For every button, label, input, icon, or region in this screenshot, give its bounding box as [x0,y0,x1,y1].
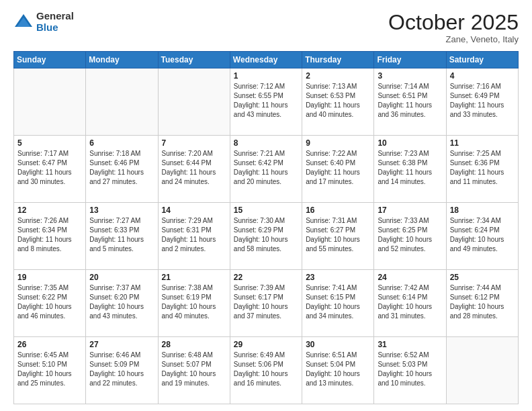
day-info: Sunrise: 7:29 AM Sunset: 6:31 PM Dayligh… [162,216,226,254]
calendar-cell: 2Sunrise: 7:13 AM Sunset: 6:53 PM Daylig… [302,68,374,136]
day-info: Sunrise: 7:37 AM Sunset: 6:20 PM Dayligh… [89,283,154,321]
calendar-cell: 11Sunrise: 7:25 AM Sunset: 6:36 PM Dayli… [446,136,518,203]
day-number: 25 [450,273,515,282]
day-number: 4 [450,71,515,81]
calendar-cell: 12Sunrise: 7:26 AM Sunset: 6:34 PM Dayli… [14,203,86,270]
calendar-cell [14,68,86,136]
day-info: Sunrise: 6:46 AM Sunset: 5:09 PM Dayligh… [89,351,154,388]
day-number: 26 [17,340,82,349]
day-number: 13 [89,205,154,215]
day-info: Sunrise: 7:27 AM Sunset: 6:33 PM Dayligh… [89,216,154,254]
day-info: Sunrise: 6:49 AM Sunset: 5:06 PM Dayligh… [234,351,298,388]
day-number: 21 [162,273,226,282]
calendar-cell: 8Sunrise: 7:21 AM Sunset: 6:42 PM Daylig… [230,136,302,203]
day-number: 22 [234,273,298,282]
day-info: Sunrise: 6:45 AM Sunset: 5:10 PM Dayligh… [17,351,82,388]
logo: General Blue [13,11,74,33]
calendar-cell: 16Sunrise: 7:31 AM Sunset: 6:27 PM Dayli… [302,203,374,270]
logo-icon [13,12,34,32]
calendar-cell: 14Sunrise: 7:29 AM Sunset: 6:31 PM Dayli… [158,203,230,270]
day-info: Sunrise: 7:16 AM Sunset: 6:49 PM Dayligh… [450,82,515,120]
location-subtitle: Zane, Veneto, Italy [388,34,519,44]
day-number: 7 [162,138,226,148]
calendar-cell: 10Sunrise: 7:23 AM Sunset: 6:38 PM Dayli… [374,136,446,203]
day-number: 19 [17,273,82,282]
calendar-cell: 3Sunrise: 7:14 AM Sunset: 6:51 PM Daylig… [374,68,446,136]
calendar-cell: 6Sunrise: 7:18 AM Sunset: 6:46 PM Daylig… [86,136,158,203]
week-row-3: 12Sunrise: 7:26 AM Sunset: 6:34 PM Dayli… [14,203,519,270]
calendar-cell: 1Sunrise: 7:12 AM Sunset: 6:55 PM Daylig… [230,68,302,136]
day-number: 5 [17,138,82,148]
day-number: 29 [234,340,298,349]
col-tuesday: Tuesday [158,52,230,68]
calendar-cell: 4Sunrise: 7:16 AM Sunset: 6:49 PM Daylig… [446,68,518,136]
day-info: Sunrise: 7:30 AM Sunset: 6:29 PM Dayligh… [234,216,298,254]
month-title: October 2025 [388,11,519,34]
day-info: Sunrise: 6:52 AM Sunset: 5:03 PM Dayligh… [378,351,442,388]
day-info: Sunrise: 7:35 AM Sunset: 6:22 PM Dayligh… [17,283,82,321]
calendar-cell: 29Sunrise: 6:49 AM Sunset: 5:06 PM Dayli… [230,337,302,404]
day-number: 24 [378,273,442,282]
calendar-cell: 9Sunrise: 7:22 AM Sunset: 6:40 PM Daylig… [302,136,374,203]
col-monday: Monday [86,52,158,68]
day-number: 31 [378,340,442,349]
calendar-cell: 23Sunrise: 7:41 AM Sunset: 6:15 PM Dayli… [302,270,374,337]
col-friday: Friday [374,52,446,68]
day-info: Sunrise: 7:38 AM Sunset: 6:19 PM Dayligh… [162,283,226,321]
week-row-5: 26Sunrise: 6:45 AM Sunset: 5:10 PM Dayli… [14,337,519,404]
day-info: Sunrise: 7:25 AM Sunset: 6:36 PM Dayligh… [450,149,515,187]
day-info: Sunrise: 7:22 AM Sunset: 6:40 PM Dayligh… [306,149,370,187]
calendar-cell: 27Sunrise: 6:46 AM Sunset: 5:09 PM Dayli… [86,337,158,404]
day-number: 8 [234,138,298,148]
day-info: Sunrise: 7:18 AM Sunset: 6:46 PM Dayligh… [89,149,154,187]
calendar-cell: 15Sunrise: 7:30 AM Sunset: 6:29 PM Dayli… [230,203,302,270]
day-number: 2 [306,71,370,81]
calendar-cell: 17Sunrise: 7:33 AM Sunset: 6:25 PM Dayli… [374,203,446,270]
header: General Blue October 2025 Zane, Veneto, … [13,11,519,44]
day-number: 16 [306,205,370,215]
calendar-cell [446,337,518,404]
logo-general-text: General [36,11,74,22]
calendar-cell: 26Sunrise: 6:45 AM Sunset: 5:10 PM Dayli… [14,337,86,404]
day-info: Sunrise: 7:12 AM Sunset: 6:55 PM Dayligh… [234,82,298,120]
day-number: 20 [89,273,154,282]
calendar-cell: 22Sunrise: 7:39 AM Sunset: 6:17 PM Dayli… [230,270,302,337]
day-number: 27 [89,340,154,349]
day-info: Sunrise: 7:31 AM Sunset: 6:27 PM Dayligh… [306,216,370,254]
calendar-cell [158,68,230,136]
calendar-table: Sunday Monday Tuesday Wednesday Thursday… [13,51,519,404]
day-info: Sunrise: 7:44 AM Sunset: 6:12 PM Dayligh… [450,283,515,321]
day-info: Sunrise: 7:42 AM Sunset: 6:14 PM Dayligh… [378,283,442,321]
day-number: 15 [234,205,298,215]
day-number: 1 [234,71,298,81]
day-number: 28 [162,340,226,349]
day-number: 30 [306,340,370,349]
day-info: Sunrise: 6:48 AM Sunset: 5:07 PM Dayligh… [162,351,226,388]
page: General Blue October 2025 Zane, Veneto, … [0,0,532,411]
day-info: Sunrise: 7:34 AM Sunset: 6:24 PM Dayligh… [450,216,515,254]
day-info: Sunrise: 7:23 AM Sunset: 6:38 PM Dayligh… [378,149,442,187]
week-row-4: 19Sunrise: 7:35 AM Sunset: 6:22 PM Dayli… [14,270,519,337]
calendar-cell: 30Sunrise: 6:51 AM Sunset: 5:04 PM Dayli… [302,337,374,404]
day-info: Sunrise: 6:51 AM Sunset: 5:04 PM Dayligh… [306,351,370,388]
week-row-1: 1Sunrise: 7:12 AM Sunset: 6:55 PM Daylig… [14,68,519,136]
day-number: 6 [89,138,154,148]
day-info: Sunrise: 7:13 AM Sunset: 6:53 PM Dayligh… [306,82,370,120]
calendar-cell: 19Sunrise: 7:35 AM Sunset: 6:22 PM Dayli… [14,270,86,337]
day-number: 3 [378,71,442,81]
day-number: 14 [162,205,226,215]
day-info: Sunrise: 7:33 AM Sunset: 6:25 PM Dayligh… [378,216,442,254]
day-info: Sunrise: 7:41 AM Sunset: 6:15 PM Dayligh… [306,283,370,321]
calendar-cell: 28Sunrise: 6:48 AM Sunset: 5:07 PM Dayli… [158,337,230,404]
col-wednesday: Wednesday [230,52,302,68]
day-info: Sunrise: 7:20 AM Sunset: 6:44 PM Dayligh… [162,149,226,187]
day-number: 18 [450,205,515,215]
day-info: Sunrise: 7:14 AM Sunset: 6:51 PM Dayligh… [378,82,442,120]
week-row-2: 5Sunrise: 7:17 AM Sunset: 6:47 PM Daylig… [14,136,519,203]
col-sunday: Sunday [14,52,86,68]
day-info: Sunrise: 7:39 AM Sunset: 6:17 PM Dayligh… [234,283,298,321]
day-info: Sunrise: 7:26 AM Sunset: 6:34 PM Dayligh… [17,216,82,254]
calendar-cell: 24Sunrise: 7:42 AM Sunset: 6:14 PM Dayli… [374,270,446,337]
calendar-cell: 18Sunrise: 7:34 AM Sunset: 6:24 PM Dayli… [446,203,518,270]
day-number: 12 [17,205,82,215]
